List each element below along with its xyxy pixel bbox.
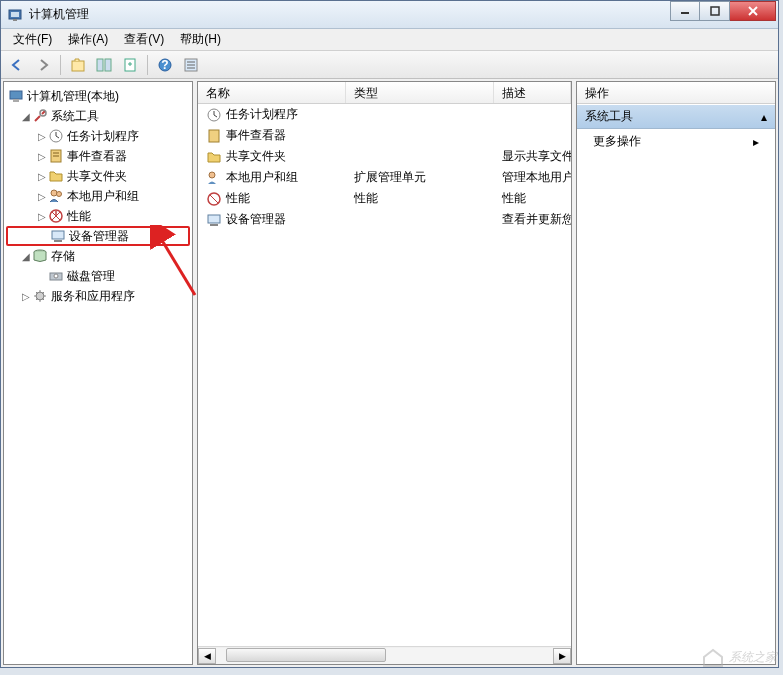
- cell-desc: 性能: [494, 190, 571, 207]
- cell-desc: 显示共享文件: [494, 148, 571, 165]
- tree-label: 计算机管理(本地): [27, 88, 119, 105]
- tree-disk-mgmt[interactable]: 磁盘管理: [6, 266, 190, 286]
- tree-performance[interactable]: ▷ 性能: [6, 206, 190, 226]
- scroll-thumb[interactable]: [226, 648, 386, 662]
- tools-icon: [32, 108, 48, 124]
- disk-icon: [48, 268, 64, 284]
- chevron-right-icon: ▸: [753, 135, 759, 149]
- device-icon: [206, 212, 222, 228]
- action-pane: 操作 系统工具 ▴ 更多操作 ▸: [576, 81, 776, 665]
- export-button[interactable]: [118, 53, 142, 77]
- collapse-icon: ▴: [761, 110, 767, 124]
- tree-storage[interactable]: ◢ 存储: [6, 246, 190, 266]
- list-item[interactable]: 本地用户和组 扩展管理单元 管理本地用户: [198, 167, 571, 188]
- tree-label: 任务计划程序: [67, 128, 139, 145]
- tree-label: 设备管理器: [69, 228, 129, 245]
- main-window: 计算机管理 文件(F) 操作(A) 查看(V) 帮助(H) ? 计算机管理(本地…: [0, 0, 779, 668]
- svg-rect-35: [209, 130, 219, 142]
- horizontal-scrollbar[interactable]: ◀ ▶: [198, 646, 571, 664]
- expand-icon[interactable]: ▷: [36, 171, 48, 182]
- window-title: 计算机管理: [29, 6, 670, 23]
- col-name[interactable]: 名称: [198, 82, 346, 103]
- tree-label: 系统工具: [51, 108, 99, 125]
- window-controls: [670, 1, 776, 21]
- list-item[interactable]: 设备管理器 查看并更新您: [198, 209, 571, 230]
- properties-button[interactable]: [179, 53, 203, 77]
- close-button[interactable]: [730, 1, 776, 21]
- action-more[interactable]: 更多操作 ▸: [577, 129, 775, 154]
- action-section[interactable]: 系统工具 ▴: [577, 104, 775, 129]
- cell-type: 性能: [346, 190, 494, 207]
- tree-root[interactable]: 计算机管理(本地): [6, 86, 190, 106]
- scroll-right-button[interactable]: ▶: [553, 648, 571, 664]
- menu-action[interactable]: 操作(A): [62, 29, 114, 50]
- forward-button[interactable]: [31, 53, 55, 77]
- separator: [60, 55, 61, 75]
- maximize-button[interactable]: [700, 1, 730, 21]
- tree-system-tools[interactable]: ◢ 系统工具: [6, 106, 190, 126]
- expand-icon[interactable]: ▷: [20, 291, 32, 302]
- tree-label: 性能: [67, 208, 91, 225]
- svg-rect-18: [13, 99, 19, 102]
- svg-rect-28: [52, 231, 64, 239]
- spacer: [38, 231, 50, 242]
- cell-name: 任务计划程序: [226, 106, 298, 123]
- list-body[interactable]: 任务计划程序 事件查看器 共享文件夹 显示共享文件 本地用户和组 扩展管理单元: [198, 104, 571, 646]
- perf-icon: [48, 208, 64, 224]
- expand-icon[interactable]: ▷: [36, 151, 48, 162]
- show-hide-button[interactable]: [92, 53, 116, 77]
- list-item[interactable]: 事件查看器: [198, 125, 571, 146]
- col-type[interactable]: 类型: [346, 82, 494, 103]
- tree-local-users[interactable]: ▷ 本地用户和组: [6, 186, 190, 206]
- up-button[interactable]: [66, 53, 90, 77]
- menu-view[interactable]: 查看(V): [118, 29, 170, 50]
- cell-desc: 查看并更新您: [494, 211, 571, 228]
- list-item[interactable]: 共享文件夹 显示共享文件: [198, 146, 571, 167]
- tree-device-manager[interactable]: 设备管理器: [6, 226, 190, 246]
- tree-label: 服务和应用程序: [51, 288, 135, 305]
- svg-text:?: ?: [161, 58, 168, 72]
- actions-header: 操作: [577, 82, 775, 104]
- tree-label: 事件查看器: [67, 148, 127, 165]
- separator: [147, 55, 148, 75]
- computer-icon: [8, 88, 24, 104]
- collapse-icon[interactable]: ◢: [20, 111, 32, 122]
- tree-shared-folders[interactable]: ▷ 共享文件夹: [6, 166, 190, 186]
- perf-icon: [206, 191, 222, 207]
- folder-icon: [206, 149, 222, 165]
- tree-event-viewer[interactable]: ▷ 事件查看器: [6, 146, 190, 166]
- scroll-track[interactable]: [216, 648, 553, 664]
- menu-help[interactable]: 帮助(H): [174, 29, 227, 50]
- titlebar[interactable]: 计算机管理: [1, 1, 778, 29]
- toolbar: ?: [1, 51, 778, 79]
- cell-desc: 管理本地用户: [494, 169, 571, 186]
- expand-icon[interactable]: ▷: [36, 211, 48, 222]
- svg-point-24: [51, 190, 57, 196]
- cell-name: 本地用户和组: [226, 169, 298, 186]
- clock-icon: [206, 107, 222, 123]
- minimize-button[interactable]: [670, 1, 700, 21]
- svg-rect-39: [210, 224, 218, 226]
- tree-task-scheduler[interactable]: ▷ 任务计划程序: [6, 126, 190, 146]
- expand-icon[interactable]: ▷: [36, 191, 48, 202]
- tree-services-apps[interactable]: ▷ 服务和应用程序: [6, 286, 190, 306]
- device-icon: [50, 228, 66, 244]
- svg-rect-7: [72, 61, 84, 71]
- list-pane: 名称 类型 描述 任务计划程序 事件查看器 共享文件夹 显示: [197, 81, 572, 665]
- action-item-label: 更多操作: [593, 133, 641, 150]
- collapse-icon[interactable]: ◢: [20, 251, 32, 262]
- list-header: 名称 类型 描述: [198, 82, 571, 104]
- tree-pane[interactable]: 计算机管理(本地) ◢ 系统工具 ▷ 任务计划程序 ▷ 事件查看器 ▷ 共享文件…: [3, 81, 193, 665]
- help-button[interactable]: ?: [153, 53, 177, 77]
- col-desc[interactable]: 描述: [494, 82, 571, 103]
- svg-rect-8: [97, 59, 103, 71]
- cell-name: 性能: [226, 190, 250, 207]
- expand-icon[interactable]: ▷: [36, 131, 48, 142]
- menu-file[interactable]: 文件(F): [7, 29, 58, 50]
- list-item[interactable]: 任务计划程序: [198, 104, 571, 125]
- back-button[interactable]: [5, 53, 29, 77]
- scroll-left-button[interactable]: ◀: [198, 648, 216, 664]
- svg-rect-29: [54, 240, 62, 242]
- svg-rect-38: [208, 215, 220, 223]
- list-item[interactable]: 性能 性能 性能: [198, 188, 571, 209]
